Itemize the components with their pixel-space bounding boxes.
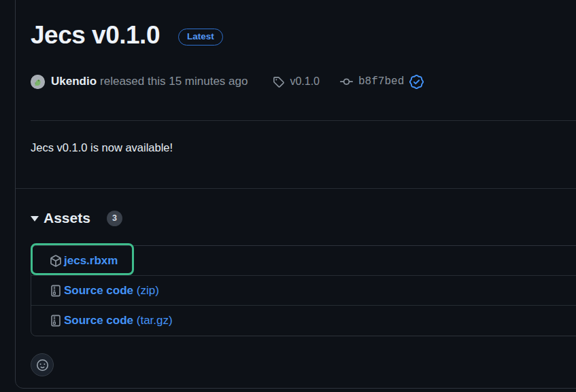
commit-hash[interactable]: b8f7bed — [358, 75, 404, 88]
asset-row-source-targz: Source code (tar.gz) — [31, 306, 576, 336]
asset-link-source-zip[interactable]: Source code (zip) — [50, 284, 159, 298]
asset-row-source-zip: Source code (zip) — [31, 276, 576, 306]
package-icon — [50, 255, 62, 267]
tag-group: v0.1.0 — [273, 75, 320, 88]
release-body-text: Jecs v0.1.0 is now available! — [31, 141, 173, 154]
asset-name: Source code — [64, 314, 133, 327]
smiley-icon — [37, 359, 48, 371]
release-meta-row: Ukendio released this 15 minutes ago v0.… — [31, 73, 424, 90]
asset-row-jecs-rbxm: jecs.rbxm — [31, 246, 576, 276]
asset-name: jecs.rbxm — [64, 254, 118, 268]
release-page: Jecs v0.1.0 Latest Ukendio released this… — [0, 0, 576, 392]
header-divider — [31, 120, 576, 121]
tag-icon — [273, 76, 284, 88]
assets-toggle[interactable]: Assets 3 — [31, 209, 122, 228]
release-header: Jecs v0.1.0 Latest — [31, 19, 223, 52]
latest-badge[interactable]: Latest — [178, 29, 223, 46]
asset-link-source-targz[interactable]: Source code (tar.gz) — [50, 314, 173, 327]
git-commit-icon — [340, 75, 353, 88]
avatar-image — [31, 75, 45, 89]
asset-suffix: (zip) — [133, 284, 159, 298]
avatar[interactable] — [31, 75, 45, 89]
commit-group: b8f7bed — [340, 75, 424, 89]
section-divider — [16, 188, 576, 189]
released-text: released this 15 minutes ago — [100, 75, 248, 88]
author-name[interactable]: Ukendio — [51, 75, 97, 88]
assets-list: jecs.rbxm Source code (zip) — [31, 245, 576, 336]
verified-badge-icon[interactable] — [409, 75, 424, 89]
asset-suffix: (tar.gz) — [133, 314, 173, 327]
caret-down-icon — [31, 216, 39, 221]
add-reaction-button[interactable] — [31, 353, 54, 376]
assets-count-badge: 3 — [107, 211, 122, 226]
file-zip-icon — [50, 285, 62, 297]
release-title: Jecs v0.1.0 — [31, 20, 160, 50]
asset-link-jecs-rbxm[interactable]: jecs.rbxm — [50, 254, 118, 268]
asset-name: Source code — [64, 284, 133, 298]
assets-label: Assets — [44, 210, 90, 226]
file-zip-icon — [50, 315, 62, 327]
tag-name: v0.1.0 — [290, 75, 320, 88]
